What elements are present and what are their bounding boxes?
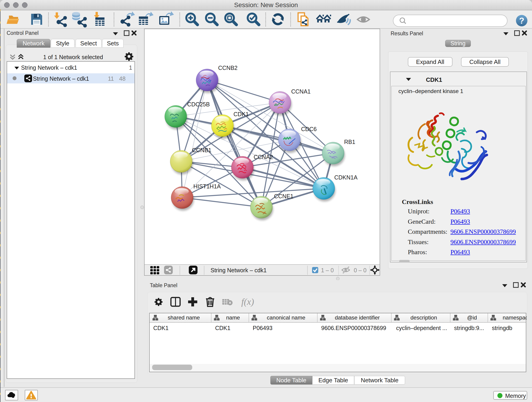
svg-text:CCNA2: CCNA2	[254, 154, 273, 160]
svg-text:CDC6: CDC6	[301, 126, 317, 132]
svg-text:CCNA1: CCNA1	[291, 88, 311, 95]
svg-text:CCNB2: CCNB2	[218, 65, 238, 71]
svg-text:CDKN1A: CDKN1A	[334, 174, 358, 181]
svg-text:CCNE1: CCNE1	[274, 193, 293, 199]
svg-text:0 – 0: 0 – 0	[354, 267, 367, 274]
svg-text:?: ?	[519, 16, 525, 26]
svg-text:CDK1: CDK1	[234, 111, 249, 117]
svg-text:f(x): f(x)	[241, 297, 254, 307]
svg-text:HIST1H1A: HIST1H1A	[193, 183, 221, 190]
svg-text:CCNB1: CCNB1	[192, 147, 211, 153]
svg-text:RB1: RB1	[344, 139, 355, 145]
svg-text:CDC25B: CDC25B	[187, 101, 210, 108]
svg-text:String Network – cdk1: String Network – cdk1	[210, 267, 267, 274]
svg-text:1 – 0: 1 – 0	[321, 267, 334, 274]
